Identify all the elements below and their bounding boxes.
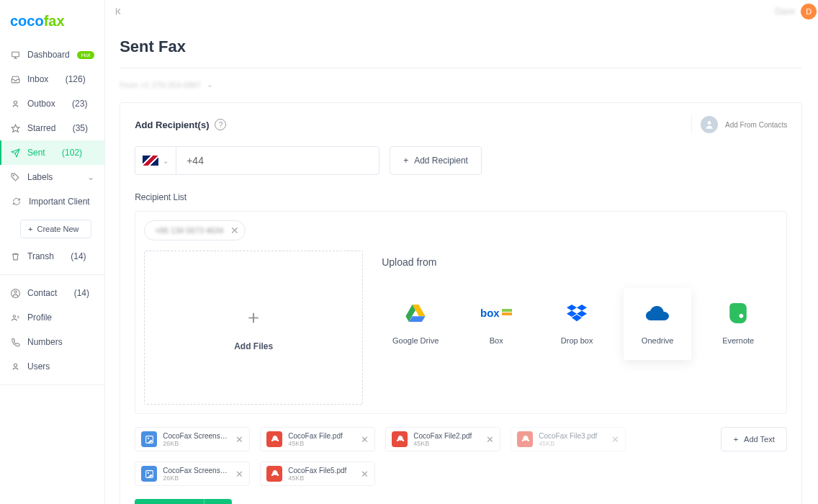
provider-onedrive[interactable]: Onedrive (624, 288, 691, 360)
pdf-file-icon (266, 431, 282, 447)
provider-dropbox[interactable]: Drop box (543, 288, 611, 360)
add-recipient-button[interactable]: + Add Recipient (390, 146, 482, 175)
compose-card: Add Recipient(s) ? Add From Contacts ⌄ +… (120, 102, 802, 504)
svg-point-4 (14, 290, 16, 292)
logo[interactable]: cocofax (0, 0, 104, 42)
tag-icon (10, 172, 20, 182)
plus-icon: + (734, 435, 738, 444)
svg-point-8 (708, 121, 711, 125)
file-chip: CocoFax File2.pdf45KB ✕ (385, 427, 500, 451)
nav-outbox[interactable]: Outbox (23) (0, 91, 104, 116)
file-chip: CocoFax Screensho…26KB ✕ (135, 462, 250, 486)
remove-file-button[interactable]: ✕ (486, 434, 494, 445)
provider-box[interactable]: box Box (462, 288, 530, 360)
user-name: Dave (775, 6, 795, 17)
send-icon (10, 148, 20, 158)
send-options-button[interactable] (204, 499, 232, 504)
plus-icon: + (403, 156, 408, 166)
recipient-list: +86 134 5673 4634 ✕ ＋ Add Files Upload f… (135, 211, 787, 414)
chevron-down-icon: ⌄ (207, 80, 213, 89)
svg-text:box: box (480, 307, 500, 319)
users-icon (10, 361, 20, 372)
evernote-icon (729, 303, 747, 323)
pdf-file-icon (392, 431, 408, 447)
svg-point-6 (13, 315, 15, 317)
inbox-icon (10, 74, 20, 84)
nav-labels[interactable]: Labels ⌄ (0, 165, 104, 189)
remove-file-button[interactable]: ✕ (361, 469, 369, 480)
file-chip: CocoFax File.pdf45KB ✕ (260, 427, 375, 451)
svg-point-13 (147, 437, 148, 438)
pdf-file-icon (517, 431, 533, 447)
provider-google-drive[interactable]: Google Drive (382, 288, 449, 360)
refresh-icon (12, 197, 22, 207)
svg-point-3 (13, 175, 14, 176)
svg-point-7 (14, 364, 17, 366)
add-from-contacts-button[interactable]: Add From Contacts (691, 116, 787, 133)
page-title: Sent Fax (120, 37, 802, 68)
svg-point-1 (14, 101, 17, 104)
from-selector[interactable]: From +1 270-253-0987 ⌄ (120, 80, 802, 89)
svg-rect-11 (502, 312, 512, 315)
svg-point-15 (147, 472, 148, 473)
add-files-dropzone[interactable]: ＋ Add Files (144, 251, 363, 405)
contact-icon (10, 288, 20, 298)
trash-icon (10, 251, 20, 261)
provider-evernote[interactable]: Evernote (704, 288, 772, 360)
attached-files: CocoFax Screensho…26KB ✕ CocoFax File.pd… (135, 427, 787, 486)
hot-badge: Hot (77, 51, 94, 59)
send-now-button[interactable]: Send Now (135, 499, 204, 504)
svg-rect-0 (12, 52, 19, 57)
plus-icon: ＋ (244, 305, 263, 330)
phone-code: +44 (176, 155, 214, 166)
nav-users[interactable]: Users (0, 354, 104, 379)
help-icon[interactable]: ? (215, 119, 226, 130)
avatar[interactable]: D (801, 4, 817, 19)
country-selector[interactable]: ⌄ (135, 147, 176, 174)
remove-file-button[interactable]: ✕ (235, 434, 243, 445)
chevron-down-icon: ⌄ (87, 172, 94, 182)
remove-recipient-button[interactable]: ✕ (230, 225, 239, 236)
chevron-down-icon: ⌄ (163, 157, 168, 165)
nav-inbox[interactable]: Inbox (126) (0, 67, 104, 91)
phone-input[interactable]: ⌄ +44 (135, 146, 379, 175)
recipient-list-label: Recipient List (135, 192, 787, 202)
nav-sent[interactable]: Sent (102) (0, 140, 104, 165)
add-recipients-title: Add Recipient(s) (135, 120, 209, 130)
sidebar: cocofax Dashboard Hot Inbox (126) Outbox… (0, 0, 105, 504)
outbox-icon (10, 99, 20, 109)
onedrive-icon (646, 303, 669, 323)
profile-icon (10, 312, 20, 323)
flag-uk-icon (143, 156, 158, 166)
image-file-icon (141, 431, 157, 447)
dashboard-icon (10, 50, 20, 60)
nav-numbers[interactable]: Numbers (0, 330, 104, 354)
recipient-chip: +86 134 5673 4634 ✕ (144, 220, 246, 240)
nav-starred[interactable]: Starred (35) (0, 116, 104, 140)
nav-dashboard[interactable]: Dashboard Hot (0, 42, 104, 67)
file-chip: CocoFax Screensho…26KB ✕ (135, 427, 250, 451)
upload-from-section: Upload from Google Drive box Box (376, 251, 778, 405)
box-icon: box (480, 303, 512, 323)
nav-important-client[interactable]: Important Client (0, 189, 104, 214)
remove-file-button[interactable]: ✕ (235, 469, 243, 480)
plus-icon: + (28, 225, 32, 233)
nav-contact[interactable]: Contact (14) (0, 281, 104, 305)
image-file-icon (141, 466, 157, 482)
main: Dave D Sent Fax From +1 270-253-0987 ⌄ A… (105, 0, 818, 504)
google-drive-icon (405, 303, 426, 323)
remove-file-button[interactable]: ✕ (361, 434, 369, 445)
contacts-icon (701, 116, 718, 133)
collapse-sidebar-button[interactable] (114, 6, 124, 17)
nav-trash[interactable]: Transh (14) (0, 244, 104, 269)
pdf-file-icon (266, 466, 282, 482)
remove-file-button[interactable]: ✕ (611, 434, 619, 445)
dropbox-icon (567, 303, 587, 323)
nav-profile[interactable]: Profile (0, 305, 104, 330)
add-text-button[interactable]: + Add Text (721, 427, 787, 451)
topbar: Dave D (105, 0, 818, 23)
create-new-button[interactable]: + Create New (20, 220, 91, 238)
svg-rect-10 (502, 309, 512, 312)
svg-marker-2 (12, 125, 19, 132)
phone-icon (10, 337, 20, 347)
